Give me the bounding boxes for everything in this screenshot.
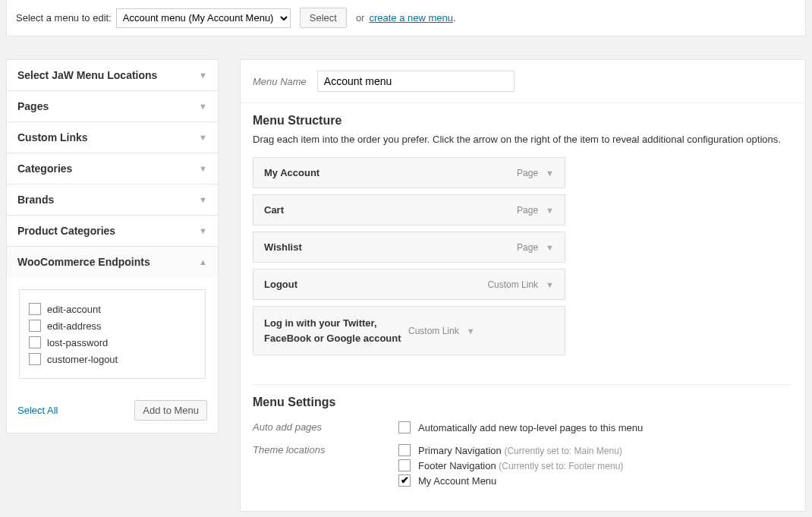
select-all-link[interactable]: Select All xyxy=(17,405,58,416)
chevron-down-icon: ▼ xyxy=(199,102,207,111)
panel-title: Pages xyxy=(17,100,49,112)
menu-item-type: Custom Link xyxy=(408,326,459,336)
endpoint-label: edit-address xyxy=(47,320,102,332)
add-to-menu-button[interactable]: Add to Menu xyxy=(134,400,207,421)
menu-items-list: My Account Page ▼ Cart Page ▼ Wishlist P… xyxy=(253,157,565,355)
menu-item-cart[interactable]: Cart Page ▼ xyxy=(253,194,565,225)
checkbox-primary-nav[interactable] xyxy=(398,444,411,456)
location-label: Primary Navigation xyxy=(418,445,502,456)
menu-editor-panel: Menu Name Menu Structure Drag each item … xyxy=(240,59,806,512)
menu-item-type: Page xyxy=(517,242,538,253)
panel-body: edit-account edit-address lost-password xyxy=(7,277,218,391)
chevron-down-icon[interactable]: ▼ xyxy=(546,206,554,215)
location-note: (Currently set to: Main Menu) xyxy=(504,446,622,456)
menu-name-label: Menu Name xyxy=(253,76,307,87)
menu-item-wishlist[interactable]: Wishlist Page ▼ xyxy=(253,232,565,263)
checkbox-auto-add-pages[interactable] xyxy=(398,421,411,433)
menu-item-logout[interactable]: Logout Custom Link ▼ xyxy=(253,269,565,300)
endpoint-list: edit-account edit-address lost-password xyxy=(19,289,206,379)
chevron-down-icon[interactable]: ▼ xyxy=(546,280,554,289)
chevron-down-icon[interactable]: ▼ xyxy=(546,243,554,252)
menu-settings-heading: Menu Settings xyxy=(253,396,793,409)
chevron-up-icon: ▲ xyxy=(199,257,207,266)
chevron-down-icon: ▼ xyxy=(199,133,207,142)
panel-custom-links[interactable]: Custom Links ▼ xyxy=(7,122,218,153)
menu-item-type: Page xyxy=(517,168,538,178)
create-menu-link[interactable]: create a new menu xyxy=(369,12,453,24)
panel-brands[interactable]: Brands ▼ xyxy=(7,184,218,215)
menu-item-type: Page xyxy=(517,205,538,216)
checkbox-footer-nav[interactable] xyxy=(398,459,411,471)
panel-jaw-locations[interactable]: Select JaW Menu Locations ▼ xyxy=(7,60,218,90)
chevron-down-icon[interactable]: ▼ xyxy=(467,326,475,336)
location-label: Footer Navigation xyxy=(418,460,496,471)
chevron-down-icon: ▼ xyxy=(199,71,207,80)
list-item: customer-logout xyxy=(29,351,196,367)
menu-item-social-login[interactable]: Log in with your Twitter, FaceBook or Go… xyxy=(253,306,565,355)
checkbox-my-account-menu[interactable] xyxy=(398,474,411,487)
endpoint-label: edit-account xyxy=(47,304,101,315)
auto-add-pages-text: Automatically add new top-level pages to… xyxy=(418,422,643,433)
chevron-down-icon[interactable]: ▼ xyxy=(546,169,554,178)
menu-item-title: My Account xyxy=(264,167,517,178)
menu-item-title: Wishlist xyxy=(264,241,517,253)
checkbox-edit-address[interactable] xyxy=(29,320,41,332)
menu-select-bar: Select a menu to edit: Account menu (My … xyxy=(6,0,806,36)
menu-item-title: Cart xyxy=(264,204,517,216)
endpoint-label: customer-logout xyxy=(47,354,118,365)
theme-locations-label: Theme locations xyxy=(253,443,398,456)
list-item: lost-password xyxy=(29,334,196,351)
auto-add-pages-label: Auto add pages xyxy=(253,420,398,433)
panel-title: Brands xyxy=(17,194,54,206)
panel-title: Categories xyxy=(17,162,72,175)
checkbox-edit-account[interactable] xyxy=(29,303,41,315)
select-button[interactable]: Select xyxy=(300,8,347,28)
panel-pages[interactable]: Pages ▼ xyxy=(7,91,218,121)
panel-title: Custom Links xyxy=(17,131,88,143)
chevron-down-icon: ▼ xyxy=(199,226,207,235)
panel-categories[interactable]: Categories ▼ xyxy=(7,153,218,184)
sidebar-accordion: Select JaW Menu Locations ▼ Pages ▼ Cust… xyxy=(6,59,219,433)
chevron-down-icon: ▼ xyxy=(199,195,207,204)
location-label: My Account Menu xyxy=(418,475,496,487)
panel-title: Product Categories xyxy=(17,225,115,237)
or-text: or xyxy=(356,12,365,24)
menu-item-title: Log in with your Twitter, FaceBook or Go… xyxy=(264,316,408,345)
chevron-down-icon: ▼ xyxy=(199,164,207,173)
menu-dropdown[interactable]: Account menu (My Account Menu) xyxy=(116,8,291,28)
panel-product-categories[interactable]: Product Categories ▼ xyxy=(7,216,218,246)
menu-item-my-account[interactable]: My Account Page ▼ xyxy=(253,157,565,188)
endpoint-label: lost-password xyxy=(47,337,108,348)
list-item: edit-address xyxy=(29,317,196,334)
checkbox-customer-logout[interactable] xyxy=(29,353,41,365)
menu-item-type: Custom Link xyxy=(487,279,538,290)
location-note: (Currently set to: Footer menu) xyxy=(499,461,623,471)
panel-title: WooCommerce Endpoints xyxy=(17,256,150,268)
menu-item-title: Logout xyxy=(264,279,487,290)
period: . xyxy=(453,12,456,24)
menu-structure-hint: Drag each item into the order you prefer… xyxy=(253,134,793,145)
panel-woocommerce-endpoints[interactable]: WooCommerce Endpoints ▲ xyxy=(7,247,218,277)
menu-name-input[interactable] xyxy=(317,71,515,92)
list-item: edit-account xyxy=(29,301,196,317)
menu-structure-heading: Menu Structure xyxy=(253,114,793,128)
select-menu-label: Select a menu to edit: xyxy=(16,12,112,24)
panel-title: Select JaW Menu Locations xyxy=(17,69,157,81)
checkbox-lost-password[interactable] xyxy=(29,336,41,348)
